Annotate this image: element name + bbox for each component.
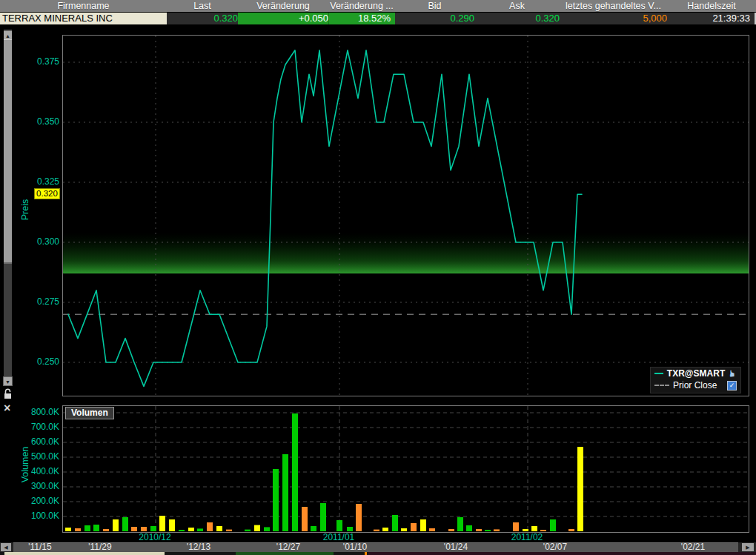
volume-bar [420,519,426,531]
volume-bar [141,527,147,531]
price-axis-tick-label: 0.250 [21,356,59,367]
volume-bar [113,519,119,531]
date-tick-label: '11/29 [88,542,111,552]
last-price-cell[interactable]: 0.320 [167,13,242,24]
chart-legend[interactable]: TXR@SMART ☛ Prior Close ✓ [650,367,741,393]
month-label: 2010/12 [139,533,170,542]
scroll-left-icon[interactable]: ◀ [1,543,11,551]
date-tick-label: '02/21 [681,542,705,552]
volume-bar [336,520,342,531]
volume-bar [84,525,90,531]
close-panel-icon[interactable]: × [4,402,10,414]
volume-bar [494,529,500,531]
chart-window: Firmenname Last Veränderung Veränderung … [0,0,756,555]
column-header-veraenderung[interactable]: Veränderung [238,0,328,12]
volume-bar [169,519,175,531]
month-label: 2011/02 [511,533,543,542]
volume-axis-tick-label: 800.0K [21,407,59,417]
prior-close-label: Prior Close [673,380,723,391]
volume-bar [216,526,222,531]
volume-chart-canvas[interactable] [63,406,749,532]
volume-bar [282,454,288,531]
volume-panel-label: Volumen [65,407,114,419]
date-tick-label: '11/15 [28,542,51,552]
date-tick-label: '12/13 [187,542,210,552]
scroll-right-icon[interactable]: ▶ [742,543,754,551]
last-trade-band [63,233,749,273]
column-header-last-size[interactable]: letztes gehandeltes V... [560,0,667,12]
time-scrollbar[interactable]: ◀ ▶ '11/15'11/29'12/13'12/27'01/10'01/24… [0,542,756,552]
bottom-edge-strip [0,552,756,555]
trade-time-cell: 21:39:33 [667,13,756,24]
price-axis-title: Preis [20,187,30,232]
company-name-cell[interactable]: TERRAX MINERALS INC [0,13,169,24]
volume-bar [466,525,472,531]
column-header-ask[interactable]: Ask [474,0,560,12]
date-tick-label: '12/27 [276,542,300,552]
change-cell[interactable]: +0.050 [238,13,333,24]
volume-bar [254,525,260,531]
volume-bar [150,526,156,531]
ask-cell[interactable]: 0.320 [474,13,564,24]
volume-bar [122,517,128,531]
volume-bar [401,528,407,531]
bottom-strip-beige [4,552,165,555]
column-header-firmenname[interactable]: Firmenname [0,0,167,12]
change-percent-cell[interactable]: 18.52% [328,13,395,24]
volume-bar [302,507,308,531]
price-chart-canvas[interactable] [63,36,749,396]
column-header-veraenderung-pct[interactable]: Veränderung ... [328,0,395,12]
legend-prior-close-row: Prior Close ✓ [651,379,740,391]
vertical-scrollbar-thumb[interactable] [4,39,12,264]
volume-axis-tick-label: 400.0K [21,466,59,476]
time-scrollbar-thumb[interactable] [13,542,738,552]
volume-bar [448,529,454,531]
volume-bar [513,522,519,531]
date-tick-label: '01/24 [444,542,468,552]
price-axis-tick-label: 0.375 [21,56,59,67]
column-header-last[interactable]: Last [167,0,238,12]
date-tick-label: '01/10 [343,542,367,552]
vertical-scrollbar[interactable]: ▲ [4,30,12,376]
volume-bar [568,529,574,531]
volume-bar [93,525,99,531]
volume-bar [356,504,362,531]
volume-bar [540,530,546,531]
column-header-bid[interactable]: Bid [395,0,474,12]
scroll-down-icon[interactable]: ▼ [3,376,13,386]
volume-bar [311,526,316,531]
series-label: TXR@SMART [667,368,725,379]
volume-axis-tick-label: 100.0K [21,511,59,521]
price-line [68,50,582,387]
volume-bar [347,527,353,531]
prior-close-checkbox[interactable]: ✓ [727,381,737,391]
price-axis-tick-label: 0.325 [21,176,59,187]
bid-cell[interactable]: 0.290 [395,13,479,24]
volume-bar [531,526,537,531]
volume-axis-tick-label: 500.0K [21,451,59,462]
volume-bar [273,469,279,531]
volume-bar [577,447,583,531]
bottom-strip-maroon [368,552,756,555]
volume-bar [207,522,213,531]
price-axis-tick-label: 0.350 [21,116,59,127]
volume-bar [75,528,81,531]
price-chart-plot[interactable] [62,35,749,396]
price-axis-tick-label: 0.275 [21,296,59,307]
date-tick-label: '02/07 [543,542,567,552]
pan-hand-icon[interactable]: ☛ [728,370,738,378]
volume-bar [197,528,203,531]
volume-axis-tick-label: 700.0K [21,422,59,432]
volume-bar [159,516,165,531]
scroll-up-icon[interactable]: ▲ [4,30,12,39]
series-line-swatch [654,373,663,374]
last-trade-size-cell[interactable]: 5,000 [560,13,672,24]
volume-bar [188,528,194,531]
unlock-icon[interactable] [3,388,13,403]
volume-bar [429,528,435,531]
column-header-handelszeit[interactable]: Handelszeit [667,0,756,12]
volume-bar [485,530,491,531]
volume-bar [103,529,109,531]
volume-chart-plot[interactable] [62,405,749,533]
volume-bar [523,529,528,531]
